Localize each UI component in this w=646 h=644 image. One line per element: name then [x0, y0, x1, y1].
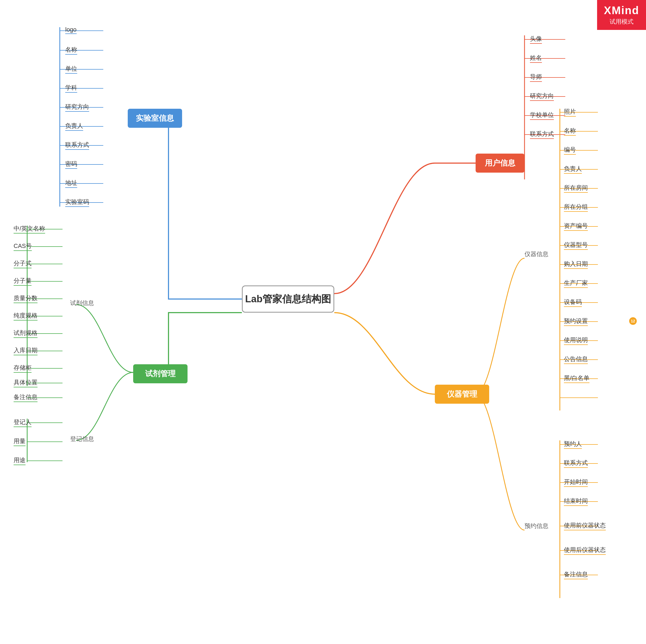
leaf-record-purpose: 用途	[14, 456, 25, 464]
leaf-book-start: 开始时间	[564, 478, 588, 486]
leaf-reagent-cas: CAS号	[14, 242, 32, 250]
leaf-reagent-spec: 试剂规格	[14, 329, 37, 337]
leaf-inst-room: 所在房间	[564, 184, 588, 192]
leaf-inst-whitelist: 黑/白名单	[564, 374, 589, 382]
leaf-inst-head: 负责人	[564, 165, 582, 173]
leaf-inst-announcement: 公告信息	[564, 355, 588, 363]
leaf-inst-photo: 照片	[564, 108, 576, 116]
leaf-lab-head: 负责人	[65, 122, 83, 130]
leaf-record-amount: 用量	[14, 437, 25, 445]
leaf-lab-logo: logo	[65, 26, 77, 33]
leaf-book-note: 备注信息	[564, 570, 588, 578]
leaf-inst-booking-settings: 预约设置	[564, 317, 588, 325]
leaf-inst-manual: 使用说明	[564, 336, 588, 344]
leaf-lab-subject: 学科	[65, 84, 77, 92]
leaf-book-before-status: 使用前仪器状态	[564, 522, 606, 530]
xmind-badge: XMind 试用模式	[597, 0, 646, 30]
trial-label: 试用模式	[610, 18, 634, 26]
brand-label: XMind	[604, 4, 639, 17]
leaf-user-name: 姓名	[530, 54, 542, 62]
leaf-lab-address: 地址	[65, 179, 77, 187]
leaf-reagent-cnname: 中/英文名称	[14, 224, 45, 233]
leaf-book-contact: 联系方式	[564, 459, 588, 467]
leaf-inst-model: 仪器型号	[564, 241, 588, 249]
record-info-label: 登记信息	[70, 435, 94, 443]
leaf-reagent-location: 具体位置	[14, 378, 37, 386]
leaf-inst-number: 编号	[564, 146, 576, 154]
reagent-mgmt-box: 试剂管理	[133, 364, 188, 383]
leaf-lab-code: 实验室码	[65, 198, 89, 206]
leaf-reagent-note: 备注信息	[14, 393, 37, 401]
booking-badge: 12	[629, 317, 637, 325]
leaf-record-person: 登记人	[14, 418, 31, 426]
leaf-inst-purchase-date: 购入日期	[564, 260, 588, 268]
leaf-book-after-status: 使用后仪器状态	[564, 546, 606, 554]
leaf-inst-group: 所在分组	[564, 203, 588, 211]
user-info-box: 用户信息	[475, 154, 525, 173]
lab-info-box: 实验室信息	[128, 109, 182, 128]
leaf-user-advisor: 导师	[530, 73, 542, 81]
leaf-lab-contact: 联系方式	[65, 141, 89, 149]
leaf-book-person: 预约人	[564, 440, 582, 448]
leaf-reagent-cabinet: 存储柜	[14, 364, 31, 372]
leaf-reagent-mw: 分子量	[14, 277, 31, 285]
leaf-user-direction: 研究方向	[530, 92, 554, 100]
leaf-reagent-purity2: 纯度规格	[14, 311, 37, 320]
instrument-mgmt-box: 仪器管理	[435, 385, 489, 404]
leaf-reagent-formula: 分子式	[14, 259, 31, 268]
leaf-lab-direction: 研究方向	[65, 103, 89, 111]
leaf-lab-name: 名称	[65, 46, 77, 54]
center-node: Lab管家信息结构图	[242, 285, 334, 312]
leaf-lab-password: 密码	[65, 160, 77, 168]
leaf-user-school: 学校单位	[530, 111, 554, 119]
reagent-info-label: 试剂信息	[70, 299, 94, 307]
leaf-lab-unit: 单位	[65, 65, 77, 73]
booking-info-label: 预约信息	[525, 522, 548, 530]
leaf-inst-manufacturer: 生产厂家	[564, 279, 588, 287]
leaf-inst-asset-code: 资产编号	[564, 222, 588, 230]
leaf-inst-device-code: 设备码	[564, 298, 582, 306]
leaf-reagent-date: 入库日期	[14, 346, 37, 355]
leaf-book-end: 结束时间	[564, 497, 588, 505]
instrument-info-label: 仪器信息	[525, 250, 548, 258]
leaf-user-avatar: 头像	[530, 35, 542, 43]
leaf-user-contact: 联系方式	[530, 130, 554, 138]
leaf-reagent-purity: 质量分数	[14, 294, 37, 302]
leaf-inst-name: 名称	[564, 127, 576, 135]
